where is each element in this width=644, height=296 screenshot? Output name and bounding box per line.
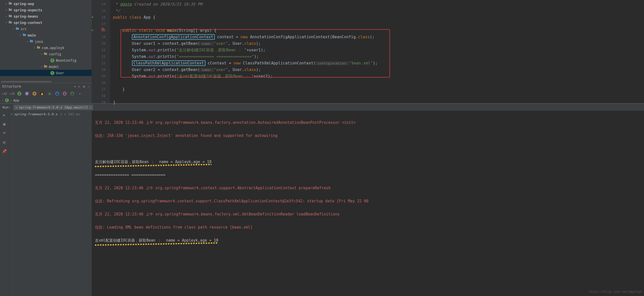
folder-icon (43, 65, 48, 68)
run-tree[interactable]: ✔ spring-framework-5.0.x 2 s 582 ms (9, 111, 92, 296)
log-line: 走注解创建IOC容器，获取Bean ： name = Appleyk,age =… (95, 159, 641, 165)
filter-field-icon[interactable]: f (32, 92, 37, 96)
line-number[interactable]: 26 (92, 80, 105, 86)
sort-az-icon[interactable]: ↓aZ (2, 91, 7, 96)
editor-gutter[interactable]: ▶ ▶ 14151617181920212223242526272829 (92, 0, 110, 103)
log-line (95, 145, 641, 152)
log-line: 信息: Refreshing org.springframework.conte… (95, 198, 641, 204)
more-icon[interactable]: » (77, 91, 83, 96)
code-area[interactable]: * @date Created on 2020/5/21 10:35 PM */… (110, 0, 644, 103)
sidebar: ▸spring-aop▸spring-aspects▸spring-beans▾… (0, 0, 92, 103)
line-number[interactable]: 16 (92, 14, 105, 21)
filter-lambda-icon[interactable]: λ (63, 92, 67, 96)
tree-item[interactable]: ▸spring-aop (0, 1, 92, 7)
class-icon: C (50, 58, 54, 62)
line-number[interactable]: 17 (92, 21, 105, 27)
tree-item[interactable]: ▾java (0, 38, 92, 45)
expand-icon[interactable]: ▸ (2, 99, 4, 102)
horizontal-scrollbar[interactable] (0, 80, 92, 83)
tree-item-label: com.appleyk (42, 46, 64, 50)
line-number[interactable]: 25 (92, 73, 105, 80)
expand-icon[interactable]: ⇤ (78, 84, 80, 88)
line-number[interactable]: 20 (92, 40, 105, 47)
tree-item[interactable]: ▾model (0, 63, 92, 70)
expand-icon[interactable]: ▾ (19, 34, 22, 36)
pin-icon[interactable]: 📌 (2, 149, 7, 154)
line-number[interactable]: 15 (92, 8, 105, 14)
close-icon[interactable]: ✕ (89, 106, 91, 109)
filter-class-icon[interactable]: ● (55, 92, 59, 96)
structure-class-name[interactable]: App (13, 98, 19, 102)
highlighted-type-2: ClassPathXmlApplicationContext (132, 60, 205, 66)
line-number[interactable]: 14 (92, 1, 105, 8)
expand-icon[interactable]: ▾ (26, 40, 29, 43)
rerun-icon[interactable]: ▶ (3, 113, 5, 117)
project-tree[interactable]: ▸spring-aop▸spring-aspects▸spring-beans▾… (0, 0, 92, 80)
expand-icon[interactable]: ▸ (5, 9, 8, 11)
tree-item-label: java (35, 40, 43, 44)
tree-item-label: BeanConfig (56, 58, 76, 62)
tree-item-label: src (21, 27, 27, 31)
class-icon: C (50, 71, 54, 75)
highlighted-type-1: AnnotationConfigApplicationContext (132, 34, 215, 40)
tree-item[interactable]: ▸spring-beans (0, 13, 92, 19)
class-icon: C (5, 98, 9, 102)
line-number[interactable]: 29 (92, 99, 105, 106)
filter-method-icon[interactable]: m (48, 92, 52, 96)
collapse-icon[interactable]: ⇥ (74, 84, 76, 88)
expand-icon[interactable]: ▾ (5, 21, 8, 24)
expand-icon[interactable]: ▾ (40, 53, 43, 55)
structure-toolbar: ↓aZ ↓zA I P f 🔒 m ● λ ▦ » (0, 90, 92, 97)
tree-item[interactable]: ▾main (0, 32, 92, 38)
run-duration: 2 s 582 ms (60, 112, 80, 116)
expand-icon[interactable]: ▸ (5, 15, 8, 18)
console-output[interactable]: 五月 22, 2020 12:23:46 上午 org.springframew… (92, 111, 644, 296)
run-toolbar: ▶ ■ 👁 ▤ 📌 (0, 111, 9, 296)
tree-item[interactable]: CBeanConfig (0, 57, 92, 63)
run-line-icon[interactable]: ▶ (92, 14, 94, 20)
watermark-text: https://blog.csdn.net/Appleyk (589, 288, 642, 295)
breakpoint-icon[interactable] (101, 28, 104, 31)
run-line-icon[interactable]: ▶ (92, 27, 94, 33)
folder-icon (8, 14, 13, 18)
line-number[interactable]: 24 (92, 66, 105, 73)
tree-item[interactable]: ▾spring-context (0, 19, 92, 26)
filter-anon-icon[interactable]: ▦ (70, 92, 74, 96)
run-tab-label: spring-framework-5.0.x [App.main()] (19, 105, 88, 109)
filter-private-icon[interactable]: 🔒 (40, 92, 44, 96)
tree-item-label: config (49, 52, 61, 56)
structure-body[interactable]: ▸ C ▸ App (0, 97, 92, 103)
spring-icon: ❀ (15, 105, 17, 109)
tree-item-label: spring-context (14, 21, 42, 25)
stop-icon[interactable]: ■ (3, 122, 5, 126)
hide-icon[interactable]: — (88, 84, 90, 88)
line-number[interactable]: 22 (92, 53, 105, 60)
tree-item[interactable]: CUser (0, 70, 92, 76)
filter-interface-icon[interactable]: I (17, 92, 21, 96)
line-number[interactable]: 19 (92, 34, 105, 40)
expand-icon[interactable]: ▸ (5, 2, 8, 5)
log-line: 走xml配置创建IOC容器，获取Bean ： name = Appleyk,ag… (95, 237, 641, 244)
line-number[interactable]: 27 (92, 86, 105, 93)
filter-property-icon[interactable]: P (25, 92, 29, 96)
tree-item[interactable]: ▾config (0, 51, 92, 57)
log-line: 信息: JSR-330 'javax.inject.Inject' annota… (95, 132, 641, 139)
expand-icon[interactable]: ▾ (12, 27, 15, 30)
tree-item[interactable]: ▸spring-aspects (0, 7, 92, 13)
show-icon[interactable]: 👁 (3, 131, 6, 135)
sort-za-icon[interactable]: ↓zA (9, 91, 15, 96)
editor[interactable]: ▶ ▶ 14151617181920212223242526272829 * @… (92, 0, 644, 103)
expand-icon[interactable]: ▾ (40, 65, 43, 68)
folder-icon (8, 8, 13, 12)
line-number[interactable]: 28 (92, 93, 105, 99)
line-number[interactable]: 21 (92, 47, 105, 53)
layout-icon[interactable]: ▤ (3, 140, 5, 144)
settings-icon[interactable]: ✿ (83, 84, 85, 88)
structure-title: Structure (2, 84, 21, 88)
structure-panel-header: Structure ⇥ ⇤ ✿ — (0, 83, 92, 90)
tree-item[interactable]: ▾src (0, 26, 92, 32)
run-tab[interactable]: ❀ spring-framework-5.0.x [App.main()] ✕ (13, 105, 93, 110)
tree-item[interactable]: ▾com.appleyk (0, 45, 92, 51)
expand-icon[interactable]: ▾ (33, 46, 36, 49)
line-number[interactable]: 23 (92, 60, 105, 66)
